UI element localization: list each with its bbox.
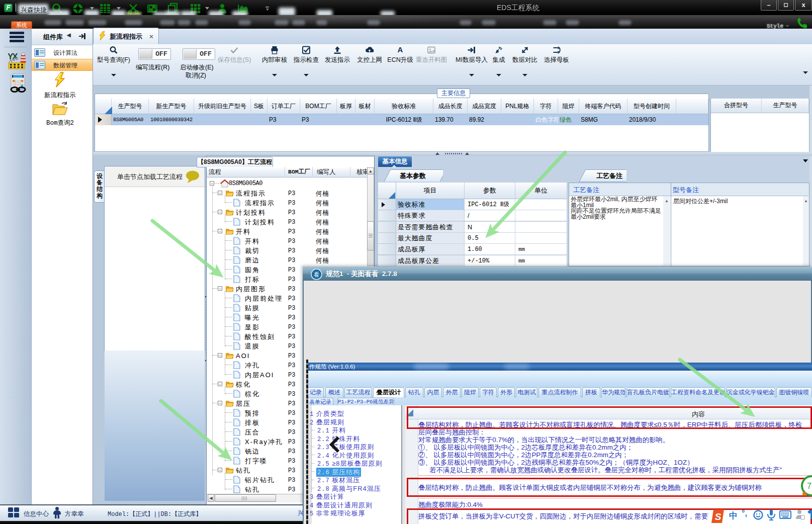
svg-text:S: S <box>715 511 721 522</box>
svg-text:看: 看 <box>314 272 319 278</box>
svg-text:7: 7 <box>807 482 811 490</box>
